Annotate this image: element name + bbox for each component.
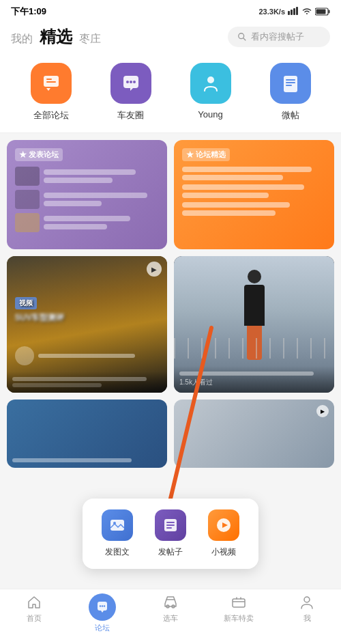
nav-new-car[interactable]: 新车特卖 (205, 593, 273, 633)
svg-rect-3 (296, 7, 298, 15)
category-micro[interactable]: 微帖 (250, 63, 330, 122)
card-item-1 (15, 167, 159, 186)
play-button[interactable]: ▶ (147, 262, 162, 277)
nav-mine[interactable]: 我 (273, 593, 341, 633)
network-speed: 23.3K/s (258, 8, 285, 16)
wifi-icon (301, 7, 312, 16)
nav-my[interactable]: 我的 (11, 32, 33, 46)
svg-rect-11 (46, 81, 56, 83)
category-forum-icon (31, 63, 72, 104)
svg-rect-26 (166, 522, 175, 523)
category-young-label: Young (198, 109, 222, 120)
svg-rect-0 (288, 11, 290, 15)
card-selected-tag: ★ 论坛精选 (182, 148, 230, 161)
category-young-icon (190, 63, 231, 104)
signal-icon (288, 7, 299, 16)
battery-icon (315, 8, 330, 16)
popup-pic-label: 发图文 (105, 546, 130, 558)
category-young[interactable]: Young (170, 63, 250, 122)
status-icons: 23.3K/s (258, 7, 330, 16)
svg-point-15 (133, 81, 136, 83)
card-item-3 (15, 213, 159, 232)
category-friends-icon (110, 63, 151, 104)
nav-new-car-icon (230, 593, 248, 611)
svg-rect-2 (293, 8, 295, 15)
popup-item-pic[interactable]: 发图文 (102, 509, 133, 558)
svg-point-16 (207, 76, 214, 83)
nav-mine-label: 我 (303, 613, 311, 624)
nav-forum-icon (89, 593, 116, 621)
svg-marker-12 (46, 88, 50, 91)
popup-post-label: 发帖子 (158, 546, 183, 558)
svg-line-8 (243, 38, 246, 41)
svg-rect-1 (291, 10, 293, 15)
nav-car-icon (162, 593, 179, 611)
card-sel-item-3 (182, 202, 326, 216)
svg-rect-19 (286, 82, 295, 83)
bottom-preview-row: ▶ (7, 400, 334, 468)
card-forum[interactable]: ★ 发表论坛 (7, 140, 167, 249)
search-placeholder: 看内容搜帖子 (251, 31, 304, 43)
large-card-person[interactable]: 1.5k人看过 (174, 256, 334, 393)
card-sel-item-2 (182, 184, 326, 198)
popup-item-video[interactable]: 小视频 (208, 509, 239, 558)
svg-rect-6 (316, 10, 326, 14)
svg-rect-10 (46, 79, 52, 80)
cards-row: ★ 发表论坛 ★ 论坛精选 (7, 140, 334, 249)
large-card-car[interactable]: 视频 SUV车型测评 ▶ (7, 256, 167, 393)
status-time: 下午1:09 (11, 5, 46, 18)
nav-home[interactable]: 首页 (0, 593, 68, 633)
search-bar[interactable]: 看内容搜帖子 (228, 27, 330, 47)
svg-point-32 (102, 605, 103, 606)
category-friends-label: 车友圈 (117, 109, 144, 122)
bottom-left-card[interactable] (7, 400, 167, 468)
popup-menu: 发图文 发帖子 小视频 (83, 499, 258, 569)
bottom-right-card[interactable]: ▶ (174, 400, 334, 468)
svg-rect-27 (166, 524, 175, 526)
category-micro-icon (270, 63, 311, 104)
nav-city[interactable]: 枣庄 (79, 32, 101, 46)
header-nav: 我的 精选 枣庄 (11, 26, 101, 48)
status-bar: 下午1:09 23.3K/s (0, 0, 341, 20)
categories: 全部论坛 车友圈 Young 微帖 (0, 56, 341, 133)
nav-new-car-label: 新车特卖 (224, 613, 254, 624)
svg-rect-20 (286, 85, 292, 86)
bottom-nav: 首页 论坛 选车 新车特卖 我 (0, 589, 341, 644)
nav-car[interactable]: 选车 (136, 593, 205, 633)
category-friends[interactable]: 车友圈 (91, 63, 170, 122)
popup-video-label: 小视频 (211, 546, 236, 558)
category-forum[interactable]: 全部论坛 (11, 63, 91, 122)
video-indicator: ▶ (316, 405, 329, 417)
popup-item-post[interactable]: 发帖子 (155, 509, 186, 558)
nav-car-label: 选车 (163, 613, 178, 624)
nav-forum[interactable]: 论坛 (68, 593, 136, 633)
card-forum-tag: ★ 发表论坛 (15, 148, 63, 161)
nav-mine-icon (298, 593, 316, 611)
card-selected[interactable]: ★ 论坛精选 (174, 140, 334, 249)
nav-forum-label: 论坛 (95, 623, 110, 633)
header: 我的 精选 枣庄 看内容搜帖子 (0, 20, 341, 56)
category-forum-label: 全部论坛 (33, 109, 69, 122)
search-icon (237, 32, 247, 42)
svg-point-7 (239, 33, 244, 39)
popup-pic-icon (102, 509, 133, 541)
nav-home-icon (25, 593, 43, 611)
nav-home-label: 首页 (27, 613, 42, 624)
card-item-2 (15, 190, 159, 209)
category-micro-label: 微帖 (282, 109, 299, 122)
large-cards-row: 视频 SUV车型测评 ▶ (7, 256, 334, 393)
svg-point-14 (130, 81, 132, 83)
svg-point-37 (304, 597, 310, 602)
svg-rect-18 (286, 79, 295, 81)
popup-post-icon (155, 509, 186, 541)
card-sel-item-1 (182, 167, 326, 180)
svg-point-31 (100, 605, 101, 606)
popup-video-icon (208, 509, 239, 541)
svg-point-33 (104, 605, 105, 606)
svg-rect-28 (166, 527, 172, 529)
svg-rect-36 (233, 599, 245, 607)
nav-selected[interactable]: 精选 (40, 26, 72, 48)
svg-rect-5 (329, 10, 330, 14)
svg-point-13 (126, 81, 129, 83)
svg-rect-17 (284, 76, 297, 92)
